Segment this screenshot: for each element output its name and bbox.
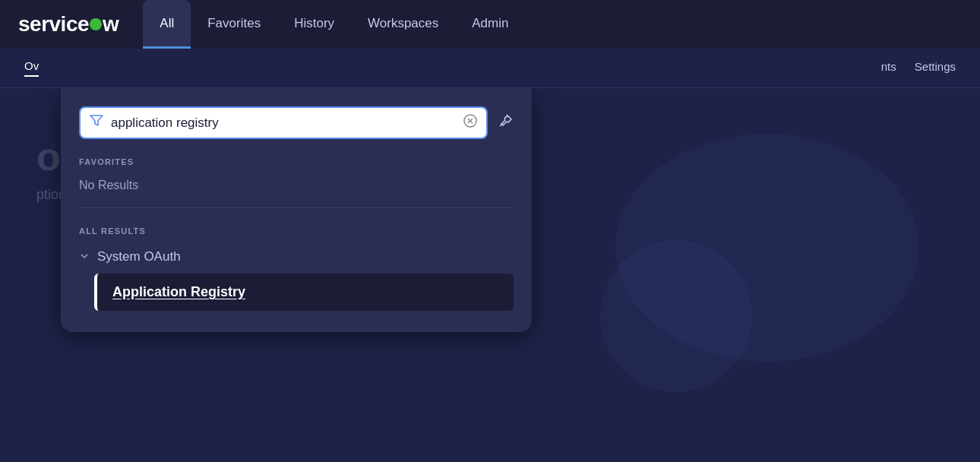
sub-nav-overview[interactable]: Ov — [24, 59, 39, 77]
search-row — [79, 106, 514, 139]
nav-tab-workspaces[interactable]: Workspaces — [351, 0, 455, 49]
nav-tab-all[interactable]: All — [143, 0, 191, 49]
result-item-label: Application Registry — [112, 284, 245, 300]
group-system-oauth[interactable]: System OAuth — [79, 245, 514, 269]
search-input-wrapper — [79, 106, 488, 139]
filter-icon — [90, 114, 103, 131]
nav-tab-admin[interactable]: Admin — [455, 0, 525, 49]
bg-shape-2 — [600, 240, 752, 392]
main-content: ons ptions to your products. — [0, 88, 980, 462]
sub-nav-settings[interactable]: Settings — [915, 60, 956, 76]
favorites-label: FAVORITES — [79, 157, 514, 166]
top-nav: servicew All Favorites History Workspace… — [0, 0, 980, 49]
sub-nav-right: nts Settings — [881, 60, 956, 76]
logo: servicew — [18, 12, 119, 36]
logo-dot — [90, 18, 102, 30]
result-application-registry[interactable]: Application Registry — [94, 274, 514, 311]
search-panel: FAVORITES No Results ALL RESULTS System … — [61, 88, 532, 332]
pin-icon[interactable] — [497, 112, 514, 134]
nav-tab-favorites[interactable]: Favorites — [191, 0, 277, 49]
clear-icon[interactable] — [463, 114, 477, 131]
no-results-text: No Results — [79, 176, 514, 201]
search-input[interactable] — [111, 115, 456, 131]
bg-shape-1 — [615, 134, 919, 362]
sub-nav-nts[interactable]: nts — [881, 60, 896, 76]
sub-nav: Ov nts Settings — [0, 49, 980, 88]
nav-tabs: All Favorites History Workspaces Admin — [143, 0, 525, 49]
all-results-label: ALL RESULTS — [79, 226, 514, 236]
chevron-down-icon — [79, 251, 90, 264]
nav-tab-history[interactable]: History — [277, 0, 351, 49]
section-divider — [79, 207, 514, 208]
group-title-system-oauth: System OAuth — [97, 249, 181, 264]
